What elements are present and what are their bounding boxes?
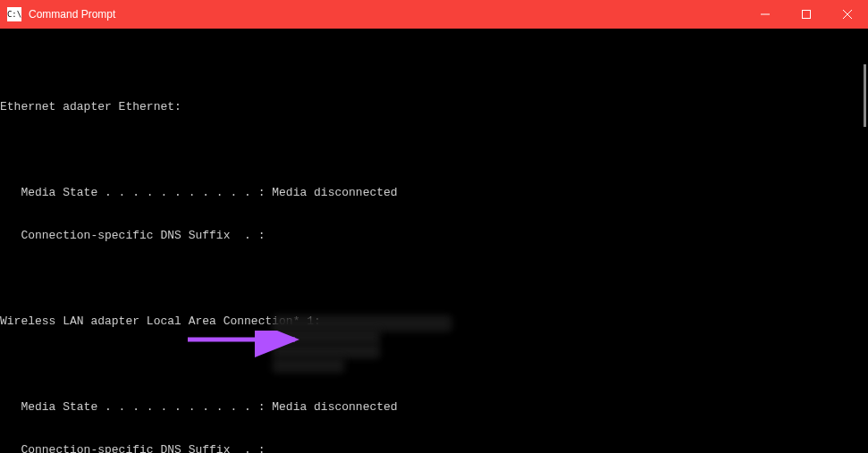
- output-line: Connection-specific DNS Suffix . :: [0, 443, 868, 453]
- redacted-area: [273, 344, 380, 358]
- redacted-area: [273, 358, 344, 373]
- maximize-button[interactable]: [786, 0, 827, 29]
- titlebar: C:\ Command Prompt: [0, 0, 868, 29]
- cmd-icon: C:\: [7, 7, 21, 21]
- terminal-area[interactable]: Ethernet adapter Ethernet: Media State .…: [0, 29, 868, 453]
- output-line: Media State . . . . . . . . . . . : Medi…: [0, 400, 868, 415]
- window-title: Command Prompt: [29, 8, 115, 21]
- adapter-header: Ethernet adapter Ethernet:: [0, 100, 868, 114]
- output-line: Connection-specific DNS Suffix . :: [0, 229, 868, 243]
- svg-rect-1: [803, 11, 811, 19]
- terminal-output: Ethernet adapter Ethernet: Media State .…: [0, 29, 868, 453]
- window-controls: [745, 0, 868, 29]
- redacted-area: [273, 330, 380, 344]
- close-button[interactable]: [827, 0, 868, 29]
- output-line: Media State . . . . . . . . . . . : Medi…: [0, 186, 868, 200]
- minimize-button[interactable]: [745, 0, 786, 29]
